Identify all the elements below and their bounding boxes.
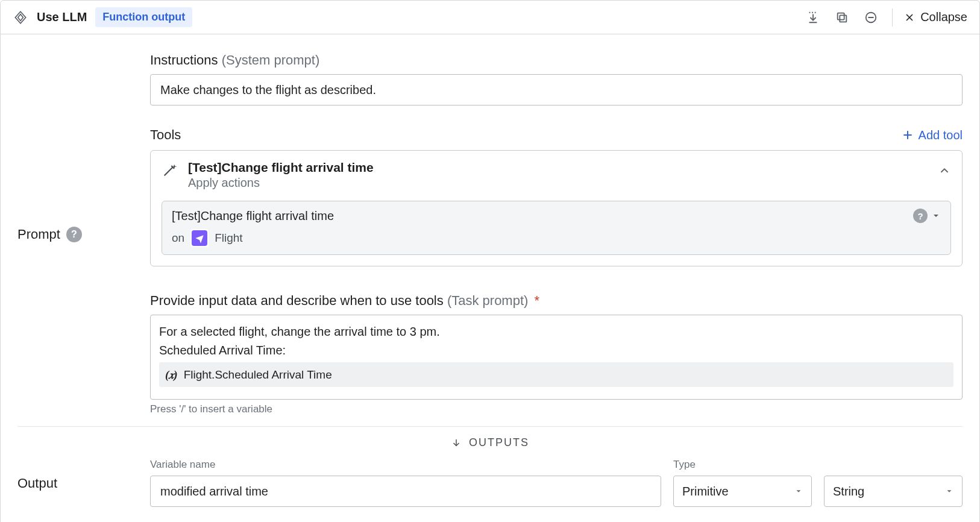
varname-label: Variable name — [150, 459, 661, 471]
output-side-label: Output — [17, 474, 138, 491]
tool-title: [Test]Change flight arrival time — [188, 160, 374, 175]
type-value-select[interactable]: String — [824, 476, 963, 507]
entity-chip-flight[interactable] — [190, 229, 209, 247]
task-text-line: For a selected flight, change the arriva… — [159, 322, 953, 341]
entity-name: Flight — [215, 231, 242, 245]
tools-label: Tools — [150, 127, 181, 143]
system-prompt-input[interactable] — [150, 74, 963, 105]
caret-down-icon — [945, 485, 953, 498]
variable-token[interactable]: (𝑥) Flight.Scheduled Arrival Time — [159, 362, 953, 387]
task-text-line: Scheduled Arrival Time: — [159, 341, 953, 360]
airplane-icon — [192, 230, 207, 246]
duplicate-icon[interactable] — [832, 7, 852, 28]
tool-card: [Test]Change flight arrival time Apply a… — [150, 150, 963, 266]
add-tool-button[interactable]: Add tool — [902, 128, 963, 142]
panel-header: Use LLM Function output Collapse — [1, 1, 979, 34]
section-divider — [17, 426, 963, 427]
use-llm-panel: Use LLM Function output Collapse — [0, 0, 980, 522]
prompt-side-label: Prompt ? — [17, 52, 138, 415]
panel-title: Use LLM — [37, 10, 87, 24]
import-icon[interactable] — [803, 7, 823, 28]
prompt-content: Instructions (System prompt) Tools Add t… — [150, 52, 963, 415]
tool-config-box: [Test]Change flight arrival time ? on — [162, 201, 951, 255]
collapse-icon — [903, 11, 916, 24]
help-icon[interactable]: ? — [66, 227, 82, 242]
collapse-button[interactable]: Collapse — [903, 10, 967, 24]
task-prompt-input[interactable]: For a selected flight, change the arriva… — [150, 315, 963, 400]
chevron-up-icon[interactable] — [938, 164, 951, 180]
collapse-label: Collapse — [920, 10, 967, 24]
required-asterisk: * — [535, 293, 540, 308]
svg-rect-1 — [838, 13, 844, 19]
tool-subtitle: Apply actions — [188, 176, 374, 190]
caret-down-icon[interactable] — [931, 211, 941, 221]
arrow-down-icon — [451, 438, 462, 448]
disable-icon[interactable] — [861, 7, 881, 28]
topbar-divider — [892, 8, 893, 27]
instructions-label: Instructions (System prompt) — [150, 52, 963, 68]
on-word: on — [172, 231, 184, 245]
type-label: Type — [673, 459, 812, 471]
plus-icon — [902, 129, 914, 141]
outputs-separator: OUTPUTS — [1, 433, 979, 453]
llm-block-icon — [13, 10, 28, 25]
output-varname-input[interactable] — [150, 476, 661, 507]
tool-inner-title: [Test]Change flight arrival time — [172, 209, 334, 223]
svg-rect-0 — [840, 15, 847, 22]
variable-icon: (𝑥) — [165, 366, 178, 383]
caret-down-icon — [794, 485, 803, 498]
help-icon[interactable]: ? — [913, 209, 928, 223]
function-output-badge[interactable]: Function output — [95, 7, 192, 27]
wand-icon — [162, 160, 178, 181]
slash-hint: Press '/' to insert a variable — [150, 403, 963, 415]
task-label: Provide input data and describe when to … — [150, 293, 963, 309]
type-kind-select[interactable]: Primitive — [673, 476, 812, 507]
